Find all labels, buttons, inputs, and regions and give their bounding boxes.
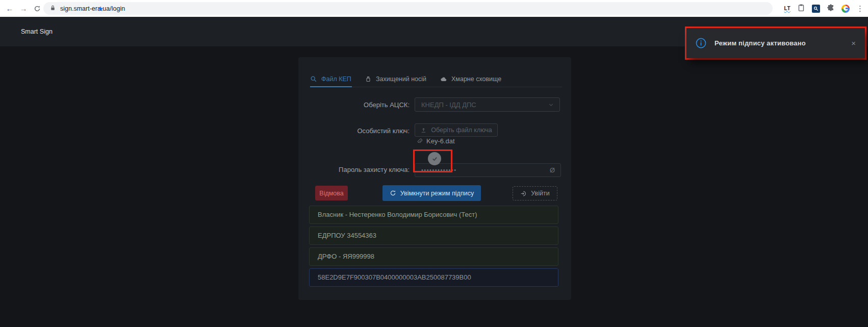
- url-text: sign.smart-era.ua/login: [60, 5, 125, 12]
- browser-window: ← → sign.smart-era.ua/login ★ LT ⋮: [0, 0, 868, 327]
- choose-key-file-button[interactable]: Оберіть файл ключа: [415, 123, 498, 137]
- browser-menu-icon[interactable]: ⋮: [856, 4, 864, 13]
- reload-icon[interactable]: [31, 0, 44, 17]
- languagetool-extension-icon[interactable]: LT: [784, 6, 790, 11]
- search-icon: [310, 76, 317, 83]
- bookmark-star-icon[interactable]: ★: [96, 5, 105, 13]
- usb-token-icon: [365, 76, 372, 83]
- lock-icon: [49, 4, 56, 13]
- certificate-serial-row[interactable]: 58E2D9E7F900307B0400000003AB250087739B00: [309, 268, 558, 287]
- tab-label: Хмарне сховище: [451, 76, 501, 83]
- forward-icon[interactable]: →: [17, 0, 30, 17]
- tab-label: Захищений носій: [376, 76, 426, 83]
- login-button[interactable]: Увійти: [513, 186, 557, 200]
- active-tab-underline: [310, 86, 352, 87]
- decline-label: Відмова: [319, 190, 343, 197]
- puzzle-extensions-icon[interactable]: [827, 4, 835, 14]
- google-icon[interactable]: [841, 5, 850, 13]
- key-file-name: Key-6.dat: [426, 137, 455, 145]
- acsk-select[interactable]: КНЕДП - ІДД ДПС: [415, 97, 560, 112]
- login-label: Увійти: [531, 190, 549, 197]
- tab-cloud-storage[interactable]: Хмарне сховище: [440, 76, 501, 83]
- clipboard-extension-icon[interactable]: [797, 4, 805, 14]
- upload-icon: [420, 127, 427, 134]
- info-icon: [696, 38, 706, 48]
- enable-sign-mode-label: Увімкнути режим підпису: [400, 190, 474, 197]
- password-label: Пароль захисту ключа:: [298, 166, 410, 173]
- acsk-selected-value: КНЕДП - ІДД ДПС: [421, 101, 476, 109]
- owner-info-row[interactable]: Власник - Нестеренко Володимир Борисович…: [309, 206, 558, 224]
- paperclip-icon: [416, 138, 423, 144]
- tab-secure-token[interactable]: Захищений носій: [365, 76, 426, 83]
- decline-button[interactable]: Відмова: [315, 186, 348, 200]
- eye-slash-icon[interactable]: Ø: [550, 164, 555, 177]
- url-bar[interactable]: sign.smart-era.ua/login: [43, 2, 773, 15]
- toolbar-extensions: LT ⋮: [784, 0, 864, 17]
- login-arrow-icon: [520, 190, 527, 197]
- browser-toolbar: ← → sign.smart-era.ua/login ★ LT ⋮: [0, 0, 868, 17]
- tab-file-kep[interactable]: Файл КЕП: [310, 76, 351, 83]
- choose-key-file-label: Оберіть файл ключа: [431, 127, 492, 134]
- toast-notification: Режим підпису активовано ×: [686, 28, 865, 58]
- private-key-label: Особистий ключ:: [298, 127, 410, 135]
- login-card: Файл КЕП Захищений носій Хмарне сховище …: [298, 57, 571, 300]
- drfo-info-row[interactable]: ДРФО - ЯЯ999998: [309, 247, 558, 266]
- edrpou-info-row[interactable]: ЕДРПОУ 34554363: [309, 227, 558, 245]
- toast-annotation-box: Режим підпису активовано ×: [685, 27, 866, 60]
- toast-message: Режим підпису активовано: [714, 39, 806, 47]
- tab-label: Файл КЕП: [321, 76, 351, 83]
- close-icon[interactable]: ×: [851, 39, 856, 47]
- acsk-label: Оберіть АЦСК:: [298, 101, 410, 109]
- enable-sign-mode-button[interactable]: Увімкнути режим підпису: [382, 185, 481, 201]
- check-annotation-box: [413, 149, 452, 172]
- extension-icon-blue[interactable]: [812, 5, 820, 13]
- selected-key-file: Key-6.dat: [416, 137, 455, 145]
- cloud-icon: [440, 76, 447, 83]
- chevron-down-icon: [548, 102, 554, 108]
- brand-title: Smart Sign: [21, 17, 53, 46]
- refresh-icon: [390, 190, 396, 196]
- back-icon[interactable]: ←: [3, 0, 16, 17]
